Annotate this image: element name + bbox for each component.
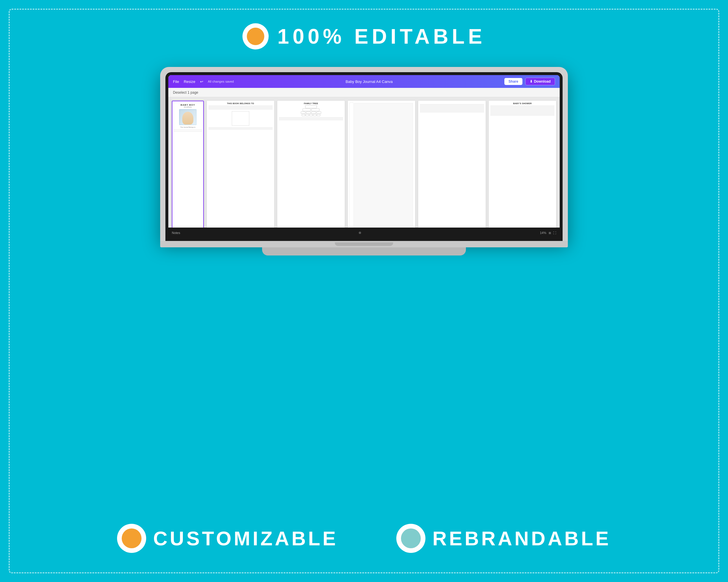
laptop-screen-bezel: File Resize ↩ All changes saved Baby Boy… [165,72,563,241]
bottom-badges-section: CUSTOMIZABLE REBRANDABLE [117,524,611,553]
laptop-screen: File Resize ↩ All changes saved Baby Boy… [168,75,560,238]
customizable-badge-inner [122,528,141,548]
customizable-badge: CUSTOMIZABLE [117,524,338,553]
rebrandable-badge: REBRANDABLE [396,524,611,553]
fullscreen-icon[interactable]: ⛶ [553,231,556,234]
pages-row-1: BABY BOY JOURNAL This Journal Belongs to [172,101,556,227]
cover-title: BABY BOY [174,104,202,106]
page-indicator [359,232,361,234]
cover-journal: JOURNAL [174,106,202,108]
rebrandable-badge-circle [396,524,425,553]
top-badge-inner [247,28,264,45]
toolbar-title: Baby Boy Journal A4 Canva [238,79,500,84]
share-button[interactable]: Share [504,78,522,85]
zoom-level[interactable]: 14% [540,231,546,234]
top-badge-circle [242,23,269,50]
toolbar-file[interactable]: File [173,79,179,84]
page-5-content [418,101,486,227]
page-5[interactable]: 5 [418,101,486,227]
page-2[interactable]: THIS BOOK BELONGS TO [207,101,274,227]
subbar: Deselect 1 page [168,88,560,97]
page-2-content: THIS BOOK BELONGS TO [207,101,274,227]
laptop-bottom-bar: Notes 14% ⊞ ⛶ [168,227,560,238]
canva-toolbar: File Resize ↩ All changes saved Baby Boy… [168,75,560,88]
download-icon: ⬇ [530,79,532,84]
photos-label: Photos to remember [349,103,354,227]
page-3-label: FAMILY TREE [279,103,343,105]
toolbar-undo[interactable]: ↩ [200,79,203,84]
page-4-content: Photos to remember [348,101,415,227]
page-6[interactable]: BABY'S SHOWER [489,101,556,227]
laptop-stand [262,247,466,255]
page-1-content: BABY BOY JOURNAL This Journal Belongs to [173,101,203,227]
laptop-screen-outer: File Resize ↩ All changes saved Baby Boy… [160,67,568,241]
top-badge-section: 100% EDITABLE [242,23,486,50]
rebrandable-badge-text: REBRANDABLE [433,527,611,550]
grid-icon[interactable]: ⊞ [549,231,551,234]
laptop-hinge [335,242,393,246]
toolbar-resize[interactable]: Resize [184,79,196,84]
laptop-base [160,241,568,247]
dot-indicator [359,232,361,234]
notes-label[interactable]: Notes [172,231,180,234]
pages-grid: BABY BOY JOURNAL This Journal Belongs to [168,97,560,227]
download-button[interactable]: ⬇ Download [525,78,555,85]
rebrandable-badge-inner [401,528,421,548]
cover-footer: This Journal Belongs to [174,126,202,128]
page-4[interactable]: Photos to remember 4 [348,101,415,227]
page-3-content: FAMILY TREE [277,101,345,227]
page-1-cover[interactable]: BABY BOY JOURNAL This Journal Belongs to [172,101,204,227]
toolbar-saved: All changes saved [208,80,234,83]
toolbar-right: Share ⬇ Download [504,78,555,85]
customizable-badge-circle [117,524,146,553]
laptop: File Resize ↩ All changes saved Baby Boy… [160,67,568,255]
zoom-controls: 14% ⊞ ⛶ [540,231,556,234]
top-badge-text: 100% EDITABLE [278,24,486,48]
page-3[interactable]: FAMILY TREE [277,101,345,227]
page-6-label: BABY'S SHOWER [490,103,554,105]
cover-photo [179,109,197,125]
page-2-label: THIS BOOK BELONGS TO [208,103,272,105]
customizable-badge-text: CUSTOMIZABLE [153,527,338,550]
page-6-content: BABY'S SHOWER [489,101,556,227]
